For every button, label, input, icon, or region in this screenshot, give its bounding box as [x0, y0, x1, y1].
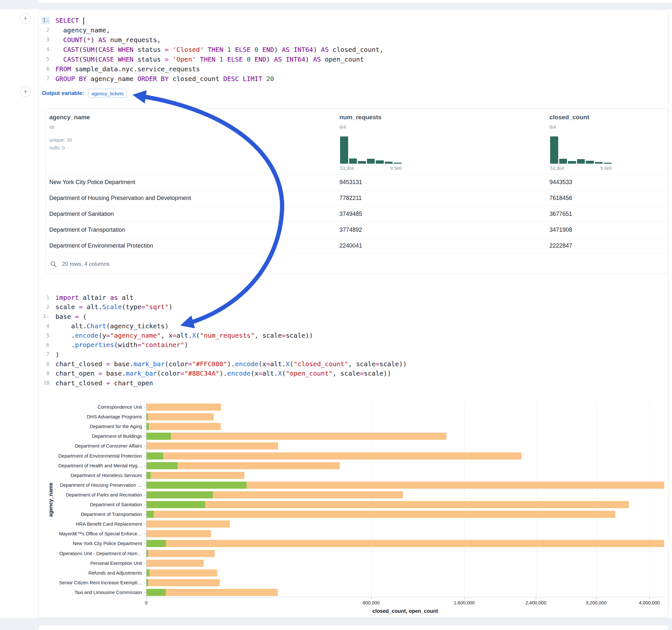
gridline: [464, 402, 465, 597]
plus-icon: +: [23, 88, 28, 96]
column-stats: unique: 20: [49, 137, 72, 143]
code-line[interactable]: 7): [42, 350, 407, 359]
x-tick-label: 2,400,000: [526, 600, 547, 605]
table-dimensions-label: 20 rows, 4 columns: [62, 261, 109, 267]
table-row[interactable]: Department of Environmental Protection22…: [46, 238, 668, 253]
code-line[interactable]: 5 .encode(y="agency_name", x=alt.X("num_…: [42, 331, 407, 340]
table-row[interactable]: Department of Housing Preservation and D…: [46, 190, 668, 206]
code-line[interactable]: 6FROM sample_data.nyc.service_requests: [42, 64, 383, 74]
table-cell: 9443533: [549, 174, 572, 190]
sql-code-editor[interactable]: 1⌄SELECT 2 agency_name,3 COUNT(*) AS num…: [42, 16, 383, 83]
code-line[interactable]: 1import altair as alt: [42, 293, 407, 302]
search-icon[interactable]: [50, 261, 57, 267]
code-text: SELECT: [55, 16, 84, 25]
output-variable-value: agency_tickets: [91, 91, 123, 96]
column-type: i64: [549, 124, 556, 130]
add-cell-button-top[interactable]: +: [20, 13, 31, 24]
x-tick-label: 0: [145, 600, 147, 605]
code-line[interactable]: 4 alt.Chart(agency_tickets): [42, 321, 407, 331]
code-text: .encode(y="agency_name", x=alt.X("num_re…: [55, 331, 313, 340]
y-tick: [144, 476, 146, 476]
code-line[interactable]: 6 .properties(width="container"): [42, 340, 407, 350]
table-cell: Department of Sanitation: [49, 206, 114, 222]
chart-bar-open_count: [146, 453, 163, 460]
column-histogram: [550, 137, 612, 164]
table-row[interactable]: Department of Sanitation37494853677651: [46, 206, 668, 222]
histogram-bar: [385, 162, 393, 164]
code-line[interactable]: 10chart_closed + chart_open: [42, 379, 407, 388]
y-tick: [144, 466, 146, 466]
table-cell: 9453131: [339, 174, 362, 190]
table-row[interactable]: New York City Police Department945313194…: [46, 174, 668, 190]
code-text: chart_closed + chart_open: [55, 379, 153, 388]
table-cell: 3471908: [549, 222, 572, 238]
line-number: 5: [42, 56, 50, 63]
x-tick-label: 1,600,000: [454, 600, 475, 605]
output-variable-chip[interactable]: agency_tickets: [88, 89, 127, 98]
code-line[interactable]: 5 CAST(SUM(CASE WHEN status = 'Open' THE…: [42, 54, 383, 64]
x-tick: [371, 597, 371, 599]
y-tick-label: Department of Transportation: [81, 509, 142, 519]
y-tick: [144, 524, 146, 524]
chart-bar-closed_count: [146, 579, 220, 586]
code-line[interactable]: 8chart_closed = base.mark_bar(color="#FF…: [42, 359, 407, 369]
chart-bar-open_count: [146, 501, 205, 508]
add-cell-button-middle[interactable]: +: [20, 86, 31, 97]
column-type: str: [49, 124, 55, 130]
code-line[interactable]: 3 COUNT(*) AS num_requests,: [42, 35, 383, 45]
y-tick: [144, 456, 146, 456]
histogram-range-labels: 53,3049.4e6: [550, 166, 612, 171]
y-tick-label: Mayorâ€™s Office of Special Enforce…: [59, 529, 142, 539]
chart-bar-open_count: [146, 433, 171, 440]
table-cell: Department of Transportation: [49, 222, 125, 238]
code-text: base = (: [55, 312, 87, 321]
python-code-editor[interactable]: 1import altair as alt2scale = alt.Scale(…: [42, 293, 407, 388]
code-line[interactable]: 2 agency_name,: [42, 25, 383, 35]
code-text: scale = alt.Scale(type="sqrt"): [55, 302, 172, 312]
y-tick-label: Personal Exemption Unit: [90, 558, 142, 568]
altair-chart-plot[interactable]: [146, 402, 664, 597]
code-line[interactable]: 3⌄base = (: [42, 312, 407, 321]
fold-caret-icon[interactable]: ⌄: [46, 19, 49, 22]
chart-bar-closed_count: [146, 570, 217, 577]
chart-bar-closed_count: [146, 501, 629, 508]
code-text: chart_closed = base.mark_bar(color="#FFC…: [55, 359, 407, 369]
column-stats: nulls: 0: [49, 145, 65, 150]
table-cell: 7618456: [549, 190, 572, 206]
chart-bar-closed_count: [146, 472, 244, 479]
table-row[interactable]: Department of Transportation377489234719…: [46, 222, 668, 238]
chart-bar-open_count: [146, 462, 178, 469]
x-tick: [536, 597, 536, 599]
y-tick-label: Department of Environmental Protection: [58, 451, 142, 461]
code-line[interactable]: 1⌄SELECT: [42, 16, 383, 25]
line-number: 6: [42, 66, 50, 73]
chart-bar-open_count: [146, 491, 213, 499]
y-tick: [144, 534, 146, 534]
chart-bar-closed_count: [146, 404, 221, 411]
code-text: CAST(SUM(CASE WHEN status = 'Open' THEN …: [55, 54, 364, 64]
x-axis-title: closed_count, open_count: [146, 608, 664, 614]
y-tick: [144, 495, 146, 495]
column-header[interactable]: num_requests: [339, 114, 382, 121]
notebook-cell-group: 1⌄SELECT 2 agency_name,3 COUNT(*) AS num…: [38, 9, 668, 618]
code-line[interactable]: 4 CAST(SUM(CASE WHEN status = 'Closed' T…: [42, 45, 383, 54]
column-header[interactable]: agency_name: [49, 114, 90, 121]
chart-bar-closed_count: [146, 511, 615, 518]
column-header[interactable]: closed_count: [549, 114, 589, 121]
code-line[interactable]: 9chart_open = base.mark_bar(color="#8BC3…: [42, 369, 407, 378]
table-cell: Department of Environmental Protection: [49, 238, 153, 253]
y-axis-title: agency_name: [48, 467, 54, 532]
fold-caret-icon[interactable]: ⌄: [46, 315, 49, 319]
table-cell: Department of Housing Preservation and D…: [49, 190, 191, 206]
y-tick-label: DHS Advantage Programs: [87, 412, 142, 421]
chart-bar-closed_count: [146, 413, 214, 420]
code-text: GROUP BY agency_name ORDER BY closed_cou…: [55, 74, 274, 83]
table-cell: 3677651: [549, 206, 572, 222]
chart-bar-open_count: [146, 511, 154, 518]
code-line[interactable]: 7GROUP BY agency_name ORDER BY closed_co…: [42, 74, 383, 83]
code-line[interactable]: 2scale = alt.Scale(type="sqrt"): [42, 302, 407, 312]
line-number: 3⌄: [42, 313, 50, 320]
code-text: alt.Chart(agency_tickets): [55, 321, 169, 331]
result-table: agency_namestrunique: 20nulls: 0num_requ…: [45, 108, 668, 274]
line-number: 1: [42, 294, 50, 301]
